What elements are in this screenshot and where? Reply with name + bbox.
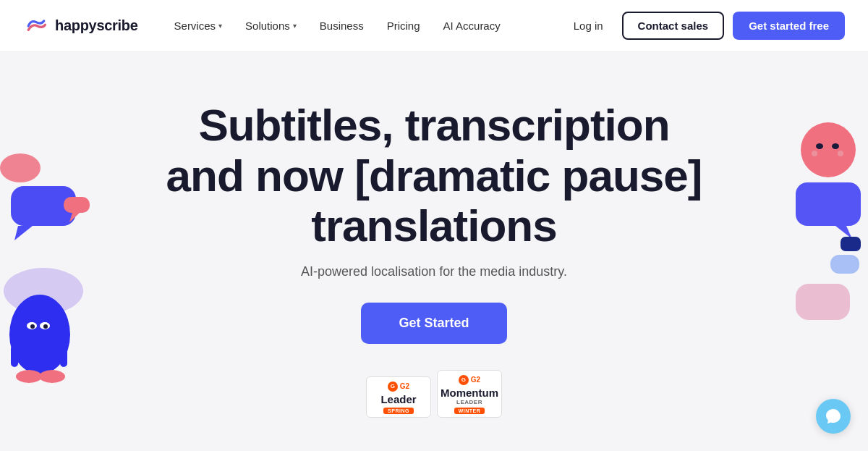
svg-point-17 [816, 143, 823, 149]
get-started-free-button[interactable]: Get started free [733, 12, 845, 40]
get-started-button[interactable]: Get Started [361, 303, 506, 344]
svg-point-20 [838, 151, 843, 156]
badge-season-1: SPRING [383, 408, 414, 414]
g2-momentum-badge: G G2 Momentum Leader WINTER [437, 370, 502, 418]
svg-point-15 [39, 370, 65, 383]
svg-marker-5 [69, 213, 80, 222]
svg-rect-4 [64, 197, 90, 213]
logo-icon [23, 13, 49, 39]
nav-business[interactable]: Business [310, 14, 374, 38]
svg-point-11 [43, 324, 48, 329]
g2-label-1: G G2 [388, 382, 409, 392]
badge-momentum-sub: Leader [456, 399, 482, 405]
svg-point-9 [40, 322, 50, 329]
hero-section: Subtitles, transcription and now [dramat… [0, 52, 868, 451]
svg-rect-25 [841, 237, 861, 251]
chat-button[interactable] [816, 399, 851, 434]
svg-rect-21 [796, 182, 861, 226]
svg-point-19 [812, 151, 817, 156]
svg-point-18 [832, 143, 839, 149]
svg-point-16 [801, 122, 856, 177]
logo-text: happyscribe [55, 17, 138, 34]
g2-circle-2: G [459, 375, 469, 385]
badges-row: G G2 Leader SPRING G G2 Momentum Leader … [366, 370, 502, 418]
g2-label-2: G G2 [459, 375, 480, 385]
svg-marker-3 [14, 226, 33, 240]
services-chevron-icon: ▾ [218, 22, 222, 30]
badge-momentum-text: Momentum [441, 387, 498, 399]
nav-pricing[interactable]: Pricing [377, 14, 430, 38]
svg-rect-24 [796, 284, 850, 320]
badge-season-2: WINTER [454, 408, 485, 414]
contact-sales-button[interactable]: Contact sales [622, 12, 725, 40]
g2-circle-1: G [388, 382, 398, 392]
svg-point-7 [9, 295, 70, 374]
nav-links: Services ▾ Solutions ▾ Business Pricing … [164, 14, 563, 38]
right-decoration [723, 110, 868, 400]
svg-point-6 [4, 268, 83, 314]
hero-subtitle: AI-powered localisation for the media in… [301, 264, 567, 279]
svg-rect-13 [60, 345, 67, 367]
svg-point-1 [0, 153, 41, 182]
logo-link[interactable]: happyscribe [23, 13, 138, 39]
svg-rect-2 [11, 186, 76, 226]
nav-solutions[interactable]: Solutions ▾ [235, 14, 307, 38]
nav-ai-accuracy[interactable]: AI Accuracy [433, 14, 511, 38]
chat-icon [825, 408, 842, 425]
svg-rect-12 [11, 345, 18, 367]
hero-title: Subtitles, transcription and now [dramat… [163, 100, 705, 250]
svg-rect-23 [830, 255, 859, 274]
g2-leader-badge: G G2 Leader SPRING [366, 376, 431, 418]
svg-point-14 [16, 370, 42, 383]
svg-point-10 [30, 324, 35, 329]
svg-marker-22 [835, 226, 852, 239]
nav-services[interactable]: Services ▾ [164, 14, 233, 38]
navbar: happyscribe Services ▾ Solutions ▾ Busin… [0, 0, 868, 52]
solutions-chevron-icon: ▾ [293, 22, 297, 30]
left-decoration [0, 125, 130, 400]
nav-right: Log in Contact sales Get started free [563, 12, 845, 40]
badge-leader-text: Leader [380, 393, 416, 405]
login-button[interactable]: Log in [563, 14, 613, 38]
svg-point-8 [27, 322, 37, 329]
